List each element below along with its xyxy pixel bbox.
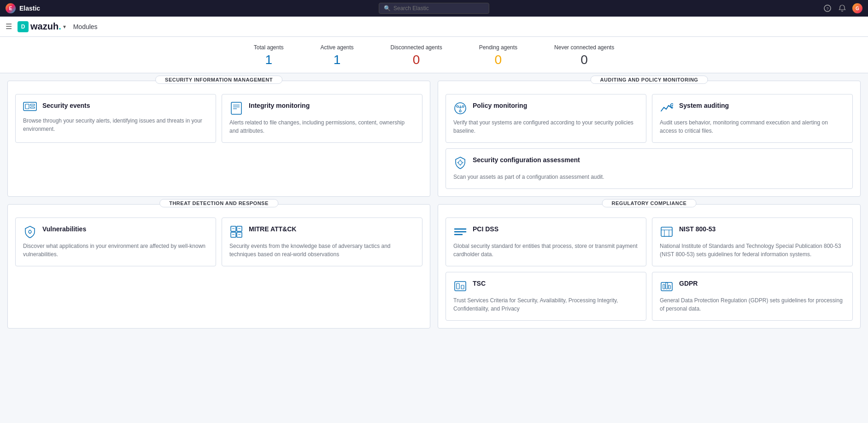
mitre-header: MITRE ATT&CK: [229, 225, 415, 238]
total-agents-value: 1: [254, 53, 284, 67]
wazuh-dropdown-icon[interactable]: ▾: [63, 24, 66, 30]
svg-rect-48: [669, 285, 670, 289]
pci-dss-icon: [453, 225, 467, 238]
security-events-card[interactable]: Security events Browse through your secu…: [15, 94, 216, 143]
top-nav-left: E Elastic: [6, 3, 40, 13]
policy-monitoring-header: Policy monitoring: [453, 102, 639, 115]
gdpr-title: GDPR: [679, 280, 698, 287]
mitre-card[interactable]: MITRE ATT&CK Security events from the kn…: [222, 217, 422, 266]
tsc-desc: Trust Services Criteria for Security, Av…: [453, 296, 639, 313]
policy-monitoring-icon: [453, 102, 467, 115]
system-auditing-desc: Audit users behavior, monitoring command…: [660, 118, 845, 135]
sections-row-2: THREAT DETECTION AND RESPONSE: [7, 204, 861, 329]
security-events-title: Security events: [42, 102, 90, 109]
sca-header: Security configuration assessment: [453, 156, 845, 169]
hamburger-menu[interactable]: ☰: [6, 22, 12, 31]
mitre-desc: Security events from the knowledge base …: [229, 242, 415, 258]
app-name: Elastic: [19, 5, 40, 12]
search-bar[interactable]: 🔍: [379, 3, 489, 14]
vulnerabilities-desc: Discover what applications in your envir…: [23, 242, 208, 258]
elastic-logo-icon: E: [6, 3, 16, 13]
integrity-monitoring-title: Integrity monitoring: [249, 102, 310, 109]
security-events-header: Security events: [23, 102, 208, 113]
sca-desc: Scan your assets as part of a configurat…: [453, 173, 845, 181]
pci-dss-card[interactable]: PCI DSS Global security standard for ent…: [446, 217, 646, 266]
pending-agents-label: Pending agents: [479, 44, 517, 51]
svg-rect-38: [661, 227, 672, 236]
svg-rect-47: [666, 282, 668, 289]
apm-title: AUDITING AND POLICY MONITORING: [591, 76, 708, 84]
stat-pending-agents[interactable]: Pending agents 0: [479, 44, 517, 67]
tsc-card[interactable]: TSC Trust Services Criteria for Security…: [446, 272, 646, 321]
active-agents-value: 1: [321, 53, 354, 67]
gdpr-icon: [660, 280, 674, 293]
user-avatar[interactable]: G: [852, 3, 862, 13]
mitre-icon: [229, 225, 243, 238]
system-auditing-header: System auditing: [660, 102, 845, 115]
vulnerabilities-icon: [23, 225, 37, 238]
integrity-monitoring-card[interactable]: Integrity monitoring Alerts related to f…: [222, 94, 422, 143]
wazuh-logo: D wazuh. ▾: [18, 21, 66, 32]
rc-panel: REGULATORY COMPLIANCE PCI DSS: [438, 204, 861, 329]
rc-cards: PCI DSS Global security standard for ent…: [446, 217, 853, 321]
vulnerabilities-title: Vulnerabilities: [42, 225, 86, 233]
svg-rect-44: [461, 285, 464, 289]
vulnerabilities-header: Vulnerabilities: [23, 225, 208, 238]
nist-header: NIST 800-53: [660, 225, 845, 238]
sim-title: SECURITY INFORMATION MANAGEMENT: [155, 76, 282, 84]
notifications-icon[interactable]: [838, 4, 847, 13]
integrity-monitoring-desc: Alerts related to file changes, includin…: [229, 118, 415, 135]
svg-rect-43: [457, 283, 459, 289]
security-events-desc: Browse through your security alerts, ide…: [23, 117, 208, 133]
svg-rect-46: [663, 284, 665, 289]
gdpr-card[interactable]: GDPR General Data Protection Regulation …: [652, 272, 853, 321]
active-agents-label: Active agents: [321, 44, 354, 51]
search-icon: 🔍: [384, 5, 391, 12]
disconnected-agents-value: 0: [391, 53, 442, 67]
stat-disconnected-agents[interactable]: Disconnected agents 0: [391, 44, 442, 67]
pci-dss-header: PCI DSS: [453, 225, 639, 238]
main-content: SECURITY INFORMATION MANAGEMENT: [0, 73, 868, 336]
stat-active-agents[interactable]: Active agents 1: [321, 44, 354, 67]
svg-rect-3: [25, 104, 29, 109]
security-events-icon: [23, 102, 37, 113]
policy-monitoring-desc: Verify that your systems are configured …: [453, 118, 639, 135]
search-input[interactable]: [393, 5, 484, 12]
svg-text:?: ?: [826, 6, 828, 11]
sections-row-1: SECURITY INFORMATION MANAGEMENT: [7, 81, 861, 197]
nist-card[interactable]: NIST 800-53 National Institute of Standa…: [652, 217, 853, 266]
never-connected-label: Never connected agents: [554, 44, 614, 51]
svg-rect-4: [30, 104, 35, 106]
nist-icon: [660, 225, 674, 238]
modules-label: Modules: [73, 23, 98, 30]
tsc-icon: [453, 280, 467, 293]
top-navigation: E Elastic 🔍 ? G: [0, 0, 868, 17]
svg-rect-6: [231, 102, 241, 114]
stat-never-connected[interactable]: Never connected agents 0: [554, 44, 614, 67]
sca-title: Security configuration assessment: [473, 156, 580, 164]
integrity-monitoring-icon: [229, 102, 243, 115]
stat-total-agents[interactable]: Total agents 1: [254, 44, 284, 67]
disconnected-agents-label: Disconnected agents: [391, 44, 442, 51]
gdpr-desc: General Data Protection Regulation (GDPR…: [660, 296, 845, 313]
rc-title: REGULATORY COMPLIANCE: [602, 199, 697, 207]
sca-card[interactable]: Security configuration assessment Scan y…: [446, 148, 853, 189]
total-agents-label: Total agents: [254, 44, 284, 51]
help-icon[interactable]: ?: [823, 4, 832, 13]
system-auditing-icon: [660, 102, 674, 115]
top-nav-right: ? G: [823, 3, 862, 13]
never-connected-value: 0: [554, 53, 614, 67]
sca-icon: [453, 156, 467, 169]
mitre-title: MITRE ATT&CK: [249, 225, 296, 233]
stats-bar: Total agents 1 Active agents 1 Disconnec…: [0, 37, 868, 73]
tdr-cards: Vulnerabilities Discover what applicatio…: [15, 217, 422, 266]
nist-desc: National Institute of Standards and Tech…: [660, 242, 845, 258]
vulnerabilities-card[interactable]: Vulnerabilities Discover what applicatio…: [15, 217, 216, 266]
policy-monitoring-card[interactable]: Policy monitoring Verify that your syste…: [446, 94, 646, 143]
tdr-title: THREAT DETECTION AND RESPONSE: [159, 199, 278, 207]
integrity-monitoring-header: Integrity monitoring: [229, 102, 415, 115]
svg-point-14: [459, 110, 461, 112]
system-auditing-card[interactable]: System auditing Audit users behavior, mo…: [652, 94, 853, 143]
svg-point-19: [458, 161, 462, 164]
apm-panel: AUDITING AND POLICY MONITORING: [438, 81, 861, 197]
